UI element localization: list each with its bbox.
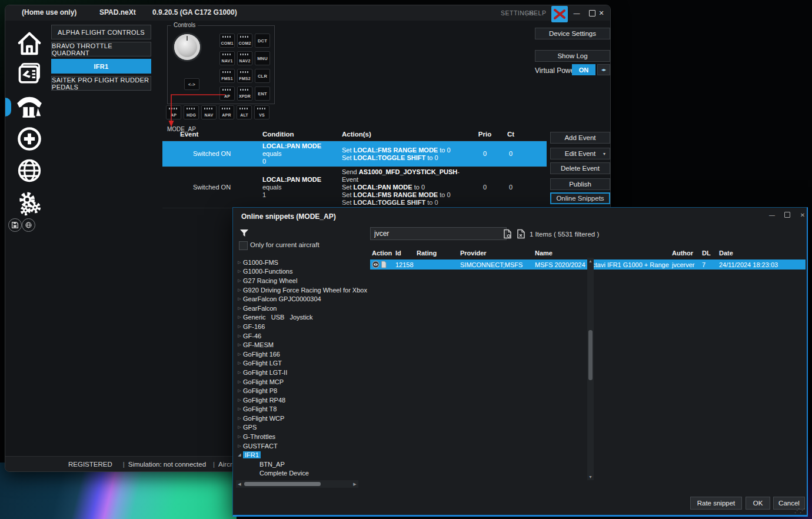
device-settings-button[interactable]: Device Settings: [535, 28, 610, 39]
control-button-dct[interactable]: DCT: [255, 34, 270, 48]
tree-vertical-scrollbar[interactable]: ▲ ▼: [587, 258, 594, 480]
edit-event-button[interactable]: Edit Event ▾: [550, 148, 610, 159]
expander-collapsed-icon[interactable]: ▷: [236, 315, 243, 320]
tree-item[interactable]: ▷GoFlight 166: [236, 350, 354, 359]
expander-collapsed-icon[interactable]: ▷: [236, 416, 243, 421]
tree-item[interactable]: ▷GoFlight WCP: [236, 414, 354, 423]
scroll-up-icon[interactable]: ▲: [587, 258, 594, 264]
copy-snippet-icon[interactable]: [381, 261, 387, 268]
filter-icon[interactable]: [239, 229, 249, 238]
publish-button[interactable]: Publish: [550, 178, 610, 190]
tree-item[interactable]: ▷GoFlight P8: [236, 386, 354, 395]
tree-horizontal-scrollbar[interactable]: ◀ ▶: [236, 480, 358, 488]
control-button-com1[interactable]: COM1: [219, 34, 235, 48]
expander-collapsed-icon[interactable]: ▷: [236, 269, 243, 274]
sidebar-item-devices[interactable]: [15, 91, 44, 121]
menu-help[interactable]: HELP: [529, 9, 546, 16]
resize-grip[interactable]: ⋰⋰: [794, 507, 805, 514]
expander-collapsed-icon[interactable]: ▷: [236, 434, 243, 439]
scroll-left-icon[interactable]: ◀: [236, 482, 243, 487]
tree-item[interactable]: ▷GoFlight RP48: [236, 395, 354, 405]
control-button-apr[interactable]: APR: [219, 105, 234, 119]
tree-item[interactable]: ▷G920 Driving Force Racing Wheel for Xbo…: [236, 285, 354, 295]
dialog-close-button[interactable]: ✕: [797, 210, 808, 219]
tree-item[interactable]: ▷GoFlight LGT: [236, 359, 354, 368]
show-log-button[interactable]: Show Log: [535, 50, 610, 62]
rotary-knob[interactable]: [174, 34, 200, 60]
scroll-right-icon[interactable]: ▶: [351, 482, 358, 487]
add-event-button[interactable]: Add Event: [550, 132, 610, 144]
sidebar-item-profiles[interactable]: [15, 59, 44, 89]
control-button-nav2[interactable]: NAV2: [237, 51, 252, 65]
expander-collapsed-icon[interactable]: ▷: [236, 260, 243, 265]
control-button-clr[interactable]: CLR: [255, 69, 270, 83]
delete-event-button[interactable]: Delete Event: [550, 162, 610, 174]
expander-collapsed-icon[interactable]: ▷: [236, 370, 243, 375]
control-button-com2[interactable]: COM2: [237, 34, 252, 48]
sidebar-item-home[interactable]: [15, 29, 44, 58]
expander-collapsed-icon[interactable]: ▷: [236, 334, 243, 338]
device-button-alpha[interactable]: ALPHA FLIGHT CONTROLS: [51, 25, 151, 39]
control-button-xpdr[interactable]: XPDR: [237, 86, 252, 101]
minimize-button[interactable]: —: [570, 8, 583, 18]
tree-item[interactable]: ▷GearFalcon GPJC0000304: [236, 294, 354, 304]
tree-item[interactable]: ▷GF-46: [236, 331, 354, 341]
close-button[interactable]: ✕: [595, 8, 608, 18]
dialog-maximize-button[interactable]: [781, 210, 793, 219]
expander-expanded-icon[interactable]: ◢: [236, 453, 243, 457]
tree-item[interactable]: ▷GoFlight T8: [236, 405, 354, 414]
control-button-fms1[interactable]: FMS1: [219, 69, 235, 83]
dialog-minimize-button[interactable]: —: [766, 210, 778, 219]
expander-collapsed-icon[interactable]: ▷: [236, 361, 243, 365]
expander-collapsed-icon[interactable]: ▷: [236, 444, 243, 448]
vertical-scroll-thumb[interactable]: [588, 330, 593, 380]
expander-collapsed-icon[interactable]: ▷: [236, 398, 243, 402]
control-button-hdg[interactable]: HDG: [184, 105, 199, 119]
control-button-nav1[interactable]: NAV1: [219, 51, 235, 65]
expander-collapsed-icon[interactable]: ▷: [236, 278, 243, 283]
device-button-saitek-pedals[interactable]: SAITEK PRO FLIGHT RUDDER PEDALS: [51, 76, 151, 91]
tree-item[interactable]: ▷GoFlight LGT-II: [236, 368, 354, 377]
view-snippet-document-icon[interactable]: [503, 229, 512, 239]
cloud-sync-button[interactable]: [22, 218, 35, 232]
control-button-nav[interactable]: NAV: [201, 105, 217, 119]
control-button-ent[interactable]: ENT: [255, 86, 270, 101]
export-snippet-document-icon[interactable]: [517, 229, 525, 239]
control-button-fms2[interactable]: FMS2: [237, 69, 252, 83]
virtual-power-toggle[interactable]: ON: [572, 64, 595, 75]
tree-item[interactable]: ▷G27 Racing Wheel: [236, 276, 354, 285]
tree-item[interactable]: Complete Device: [236, 469, 354, 478]
control-button-mnu[interactable]: MNU: [255, 51, 270, 65]
expander-collapsed-icon[interactable]: ▷: [236, 407, 243, 411]
device-button-ifr1[interactable]: IFR1: [51, 59, 151, 74]
control-button-swap[interactable]: <->: [184, 78, 199, 90]
tree-item[interactable]: ▷G-Throttles: [236, 432, 354, 441]
tree-item[interactable]: ▷GoFlight MCP: [236, 377, 354, 387]
expander-collapsed-icon[interactable]: ▷: [236, 352, 243, 357]
control-button-ap[interactable]: AP: [166, 105, 181, 119]
tree-item[interactable]: ▷GF-MESM: [236, 340, 354, 350]
only-current-aircraft-checkbox[interactable]: [239, 241, 248, 250]
snippet-search-input[interactable]: [370, 227, 507, 240]
titlebar[interactable]: (Home use only) SPAD.neXt 0.9.20.5 (GA C…: [5, 5, 610, 21]
device-button-bravo[interactable]: BRAVO THROTTLE QUADRANT: [51, 42, 151, 56]
tree-item[interactable]: ▷G1000-FMS: [236, 258, 354, 267]
expander-collapsed-icon[interactable]: ▷: [236, 380, 243, 384]
expander-collapsed-icon[interactable]: ▷: [236, 297, 243, 301]
online-snippets-button[interactable]: Online Snippets: [550, 192, 610, 204]
horizontal-scroll-thumb[interactable]: [244, 482, 321, 486]
preview-eye-icon[interactable]: [372, 261, 380, 268]
control-button-ap[interactable]: AP: [219, 86, 235, 101]
tree-item[interactable]: ▷G1000-Functions: [236, 267, 354, 277]
sidebar-item-online[interactable]: [15, 156, 44, 185]
virtual-power-cycle-button[interactable]: ◂▸: [597, 64, 610, 75]
tree-item[interactable]: ▷GF-166: [236, 322, 354, 331]
expander-collapsed-icon[interactable]: ▷: [236, 388, 243, 393]
save-profile-button[interactable]: [8, 218, 22, 232]
tree-item[interactable]: ◢IFR1: [236, 450, 354, 460]
rate-snippet-button[interactable]: Rate snippet: [690, 497, 742, 510]
tree-item[interactable]: ▷Generic USB Joystick: [236, 313, 354, 322]
ok-button[interactable]: OK: [746, 497, 770, 510]
tree-item[interactable]: BTN_AP: [236, 460, 354, 469]
control-button-alt[interactable]: ALT: [237, 105, 252, 119]
